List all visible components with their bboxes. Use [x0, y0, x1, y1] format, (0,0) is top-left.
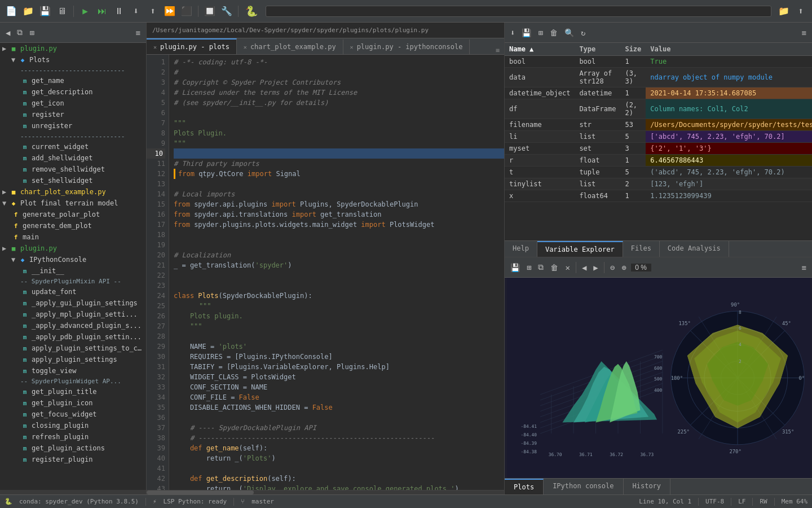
sidebar-item-get-plugin-actions[interactable]: m get_plugin_actions [0, 443, 146, 454]
stop-icon[interactable]: ⬛ [180, 5, 193, 18]
table-row[interactable]: tinylist list 2 [123, 'efgh'] [505, 178, 812, 190]
sidebar-item-apply-settings[interactable]: m apply_plugin_settings [0, 354, 146, 365]
step-into-icon[interactable]: ⬇ [129, 5, 143, 18]
save-file-icon[interactable]: 💾 [38, 5, 52, 18]
tab-plots[interactable]: Plots [505, 479, 544, 494]
sidebar-scrollbar[interactable] [0, 490, 146, 494]
sidebar-item-terrain-model[interactable]: ▼ ◆ Plot final terrain model [0, 198, 146, 209]
var-copy-icon[interactable]: ⊞ [536, 27, 545, 38]
plot-save-icon[interactable]: 💾 [508, 262, 522, 273]
sidebar-back-icon[interactable]: ◀ [3, 27, 12, 38]
var-menu-icon[interactable]: ≡ [800, 27, 809, 38]
sidebar-item-main[interactable]: f main [0, 231, 146, 243]
sidebar-item-apply-mpl[interactable]: m _apply_mpl_plugin_setti... [0, 309, 146, 320]
var-save-icon[interactable]: ⬇ [508, 27, 517, 38]
col-type-header[interactable]: Type [575, 43, 620, 56]
sidebar-item-get-plugin-icon[interactable]: m get_plugin_icon [0, 397, 146, 409]
run-file-icon[interactable]: ⏭ [95, 5, 109, 18]
table-row[interactable]: x float64 1 1.1235123099439 [505, 190, 812, 202]
sidebar-item-apply-pdb[interactable]: m _apply_pdb_plugin_settin... [0, 331, 146, 343]
tab-close-icon[interactable]: ✕ [153, 44, 157, 50]
table-row[interactable]: filename str 53 /Users/Documents/spyder/… [505, 119, 812, 131]
preferences-icon[interactable]: 🖥 [55, 5, 69, 18]
debugger-icon[interactable]: 🔲 [203, 5, 217, 18]
step-out-icon[interactable]: ⬆ [146, 5, 160, 18]
sidebar-item-add-shellwidget[interactable]: m add_shellwidget [0, 152, 146, 164]
sidebar-copy-icon[interactable]: ⊞ [27, 27, 36, 38]
path-input[interactable]: ianitagomez/Local/Dev-Spyder/spyder/spyd… [266, 6, 771, 17]
run-icon[interactable]: ▶ [78, 5, 92, 18]
sidebar-item-apply-advanced[interactable]: m _apply_advanced_plugin_s... [0, 320, 146, 331]
plot-zoom-input[interactable]: 0 % [631, 264, 651, 271]
sidebar-item-apply-gui[interactable]: m _apply_gui_plugin_settings [0, 297, 146, 309]
var-import-icon[interactable]: 💾 [519, 27, 533, 38]
editor-tab-menu-icon[interactable]: ≡ [491, 46, 504, 54]
plot-zoom-out-icon[interactable]: ⊖ [608, 262, 617, 273]
pause-icon[interactable]: ⏸ [112, 5, 126, 18]
table-row[interactable]: myset set 3 {'2', '1', '3'} [505, 143, 812, 155]
sidebar-item-ipython-folder[interactable]: ▼ ◆ IPythonConsole [0, 254, 146, 265]
sidebar-item-unregister[interactable]: m unregister [0, 120, 146, 132]
plot-close-icon[interactable]: ✕ [563, 262, 572, 273]
tab-close-icon[interactable]: ✕ [350, 44, 354, 50]
sidebar-item-plugin-py-ipython[interactable]: ▶ ■ plugin.py [0, 243, 146, 254]
sidebar-item-init[interactable]: m __init__ [0, 265, 146, 277]
plot-delete-icon[interactable]: 🗑 [548, 262, 561, 273]
plot-next-icon[interactable]: ▶ [591, 262, 600, 273]
sidebar-item-refresh-plugin[interactable]: m refresh_plugin [0, 431, 146, 443]
sidebar-item-get-description[interactable]: m get_description [0, 86, 146, 98]
plot-clone-icon[interactable]: ⧉ [536, 261, 546, 273]
sidebar-item-chart-plot[interactable]: ▶ ■ chart_plot_example.py [0, 186, 146, 198]
sidebar-split-icon[interactable]: ⧉ [15, 27, 25, 38]
code-editor[interactable]: # -*- coding: utf-8 -*- # # Copyright © … [169, 55, 504, 490]
tab-plugin-plots[interactable]: ✕ plugin.py - plots [147, 38, 237, 54]
sidebar-item-get-plugin-title[interactable]: m get_plugin_title [0, 386, 146, 397]
table-row[interactable]: r float 1 6.46567886443 [505, 155, 812, 167]
tools-icon[interactable]: 🔧 [220, 5, 233, 18]
col-value-header[interactable]: Value [646, 43, 812, 56]
sidebar-item-toggle-view[interactable]: m toggle_view [0, 365, 146, 376]
open-file-icon[interactable]: 📁 [21, 5, 35, 18]
table-row[interactable]: df DataFrame (2, 2) Column names: Col1, … [505, 99, 812, 119]
sidebar-item-plugin-py-plots[interactable]: ▶ ■ plugin.py [0, 43, 146, 54]
sidebar-item-update-font[interactable]: m update_font [0, 286, 146, 297]
editor-hscrollbar[interactable] [147, 490, 504, 494]
var-search-icon[interactable]: 🔍 [562, 27, 576, 38]
sidebar-item-apply-settings-to-c[interactable]: m apply_plugin_settings_to_c... [0, 343, 146, 354]
table-row[interactable]: datetime_object datetime 1 2021-04-14 17… [505, 87, 812, 99]
up-dir-icon[interactable]: ⬆ [794, 5, 807, 18]
var-delete-icon[interactable]: 🗑 [548, 27, 560, 38]
col-size-header[interactable]: Size [620, 43, 646, 56]
browse-icon[interactable]: 📁 [777, 5, 791, 18]
tab-plugin-ipython[interactable]: ✕ plugin.py - ipythonconsole [343, 40, 470, 54]
tab-close-icon[interactable]: ✕ [244, 44, 247, 50]
sidebar-item-get-name[interactable]: m get_name [0, 75, 146, 86]
col-name-header[interactable]: Name ▲ [505, 43, 575, 56]
table-row[interactable]: li list 5 ['abcd', 745, 2.23, 'efgh', 70… [505, 131, 812, 143]
sidebar-item-register-plugin[interactable]: m register_plugin [0, 454, 146, 465]
tab-variable-explorer[interactable]: Variable Explorer [537, 241, 623, 257]
table-row[interactable]: t tuple 5 ('abcd', 745, 2.23, 'efgh', 70… [505, 167, 812, 178]
table-row[interactable]: data Array of str128 (3, 3) ndarray obje… [505, 68, 812, 87]
tab-chart-plot[interactable]: ✕ chart_plot_example.py [237, 40, 343, 54]
tab-ipython-console[interactable]: IPython console [544, 479, 623, 494]
sidebar-item-closing-plugin[interactable]: m closing_plugin [0, 420, 146, 431]
tab-code-analysis[interactable]: Code Analysis [660, 241, 729, 257]
sidebar-item-register[interactable]: m register [0, 109, 146, 120]
sidebar-menu-icon[interactable]: ≡ [134, 27, 143, 38]
plot-menu-icon[interactable]: ≡ [800, 262, 809, 273]
new-file-icon[interactable]: 📄 [5, 5, 18, 18]
sidebar-item-set-shellwidget[interactable]: m set_shellwidget [0, 175, 146, 186]
sidebar-item-get-focus-widget[interactable]: m get_focus_widget [0, 409, 146, 420]
sidebar-item-remove-shellwidget[interactable]: m remove_shellwidget [0, 164, 146, 175]
sidebar-item-get-icon[interactable]: m get_icon [0, 98, 146, 109]
plot-prev-icon[interactable]: ◀ [580, 262, 589, 273]
sidebar-item-generate-dem[interactable]: f generate_dem_plot [0, 220, 146, 231]
continue-icon[interactable]: ⏩ [163, 5, 176, 18]
table-row[interactable]: bool bool 1 True [505, 56, 812, 68]
tab-files[interactable]: Files [623, 241, 660, 257]
tab-help[interactable]: Help [505, 241, 537, 257]
plot-copy-icon[interactable]: ⊞ [524, 262, 533, 273]
var-refresh-icon[interactable]: ↻ [579, 27, 588, 38]
sidebar-item-generate-polar[interactable]: f generate_polar_plot [0, 209, 146, 220]
